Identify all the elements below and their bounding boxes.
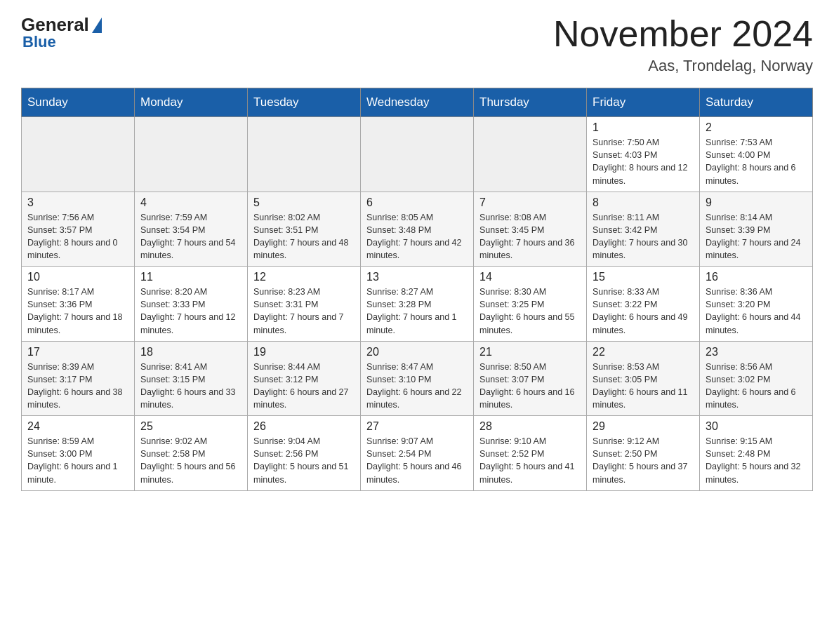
table-row: 6Sunrise: 8:05 AMSunset: 3:48 PMDaylight… [361,192,474,267]
day-info: Sunrise: 8:47 AMSunset: 3:10 PMDaylight:… [366,361,468,412]
col-tuesday: Tuesday [248,88,361,117]
day-number: 30 [706,420,807,433]
day-number: 12 [253,271,355,283]
day-number: 6 [366,196,468,209]
page-header: General Blue November 2024 Aas, Trondela… [21,14,813,75]
table-row: 12Sunrise: 8:23 AMSunset: 3:31 PMDayligh… [248,267,361,342]
table-row: 4Sunrise: 7:59 AMSunset: 3:54 PMDaylight… [135,192,248,267]
table-row: 24Sunrise: 8:59 AMSunset: 3:00 PMDayligh… [22,416,135,491]
table-row: 14Sunrise: 8:30 AMSunset: 3:25 PMDayligh… [474,267,587,342]
col-monday: Monday [135,88,248,117]
calendar-row: 10Sunrise: 8:17 AMSunset: 3:36 PMDayligh… [22,267,813,342]
day-number: 21 [479,346,581,358]
day-info: Sunrise: 7:50 AMSunset: 4:03 PMDaylight:… [593,136,694,187]
day-info: Sunrise: 8:59 AMSunset: 3:00 PMDaylight:… [27,435,128,486]
col-sunday: Sunday [22,88,135,117]
day-info: Sunrise: 8:11 AMSunset: 3:42 PMDaylight:… [593,211,694,262]
table-row [22,117,135,192]
day-info: Sunrise: 8:33 AMSunset: 3:22 PMDaylight:… [593,286,694,337]
day-number: 5 [253,196,355,209]
day-info: Sunrise: 9:04 AMSunset: 2:56 PMDaylight:… [253,435,355,486]
day-number: 25 [140,420,241,433]
day-info: Sunrise: 7:56 AMSunset: 3:57 PMDaylight:… [27,211,128,262]
day-number: 17 [27,346,128,358]
logo-blue-text: Blue [22,33,56,51]
day-info: Sunrise: 9:15 AMSunset: 2:48 PMDaylight:… [706,435,807,486]
calendar-row: 3Sunrise: 7:56 AMSunset: 3:57 PMDaylight… [22,192,813,267]
calendar-subtitle: Aas, Trondelag, Norway [553,57,813,75]
day-number: 15 [593,271,694,283]
day-info: Sunrise: 8:02 AMSunset: 3:51 PMDaylight:… [253,211,355,262]
day-info: Sunrise: 8:53 AMSunset: 3:05 PMDaylight:… [593,361,694,412]
day-number: 27 [366,420,468,433]
table-row: 29Sunrise: 9:12 AMSunset: 2:50 PMDayligh… [587,416,700,491]
table-row: 17Sunrise: 8:39 AMSunset: 3:17 PMDayligh… [22,341,135,416]
day-info: Sunrise: 8:50 AMSunset: 3:07 PMDaylight:… [479,361,581,412]
table-row: 22Sunrise: 8:53 AMSunset: 3:05 PMDayligh… [587,341,700,416]
table-row: 11Sunrise: 8:20 AMSunset: 3:33 PMDayligh… [135,267,248,342]
day-info: Sunrise: 8:08 AMSunset: 3:45 PMDaylight:… [479,211,581,262]
table-row [135,117,248,192]
day-number: 2 [706,121,807,134]
day-number: 7 [479,196,581,209]
col-saturday: Saturday [700,88,813,117]
day-info: Sunrise: 8:14 AMSunset: 3:39 PMDaylight:… [706,211,807,262]
table-row: 10Sunrise: 8:17 AMSunset: 3:36 PMDayligh… [22,267,135,342]
col-wednesday: Wednesday [361,88,474,117]
calendar-row: 1Sunrise: 7:50 AMSunset: 4:03 PMDaylight… [22,117,813,192]
day-number: 23 [706,346,807,358]
day-number: 4 [140,196,241,209]
logo: General Blue [21,14,103,51]
table-row: 3Sunrise: 7:56 AMSunset: 3:57 PMDaylight… [22,192,135,267]
table-row: 15Sunrise: 8:33 AMSunset: 3:22 PMDayligh… [587,267,700,342]
table-row: 5Sunrise: 8:02 AMSunset: 3:51 PMDaylight… [248,192,361,267]
day-number: 28 [479,420,581,433]
day-info: Sunrise: 7:53 AMSunset: 4:00 PMDaylight:… [706,136,807,187]
day-number: 14 [479,271,581,283]
col-friday: Friday [587,88,700,117]
calendar-title: November 2024 [553,14,813,54]
calendar-row: 24Sunrise: 8:59 AMSunset: 3:00 PMDayligh… [22,416,813,491]
day-number: 16 [706,271,807,283]
table-row: 25Sunrise: 9:02 AMSunset: 2:58 PMDayligh… [135,416,248,491]
day-info: Sunrise: 8:17 AMSunset: 3:36 PMDaylight:… [27,286,128,337]
table-row: 7Sunrise: 8:08 AMSunset: 3:45 PMDaylight… [474,192,587,267]
day-number: 11 [140,271,241,283]
day-info: Sunrise: 8:56 AMSunset: 3:02 PMDaylight:… [706,361,807,412]
table-row: 28Sunrise: 9:10 AMSunset: 2:52 PMDayligh… [474,416,587,491]
table-row: 30Sunrise: 9:15 AMSunset: 2:48 PMDayligh… [700,416,813,491]
day-number: 22 [593,346,694,358]
table-row: 16Sunrise: 8:36 AMSunset: 3:20 PMDayligh… [700,267,813,342]
table-row [248,117,361,192]
day-info: Sunrise: 8:39 AMSunset: 3:17 PMDaylight:… [27,361,128,412]
day-number: 8 [593,196,694,209]
day-number: 18 [140,346,241,358]
day-info: Sunrise: 9:07 AMSunset: 2:54 PMDaylight:… [366,435,468,486]
table-row: 9Sunrise: 8:14 AMSunset: 3:39 PMDaylight… [700,192,813,267]
day-number: 19 [253,346,355,358]
table-row: 18Sunrise: 8:41 AMSunset: 3:15 PMDayligh… [135,341,248,416]
table-row: 1Sunrise: 7:50 AMSunset: 4:03 PMDaylight… [587,117,700,192]
day-info: Sunrise: 9:02 AMSunset: 2:58 PMDaylight:… [140,435,241,486]
table-row: 19Sunrise: 8:44 AMSunset: 3:12 PMDayligh… [248,341,361,416]
day-number: 3 [27,196,128,209]
table-row: 13Sunrise: 8:27 AMSunset: 3:28 PMDayligh… [361,267,474,342]
calendar-row: 17Sunrise: 8:39 AMSunset: 3:17 PMDayligh… [22,341,813,416]
table-row: 27Sunrise: 9:07 AMSunset: 2:54 PMDayligh… [361,416,474,491]
title-block: November 2024 Aas, Trondelag, Norway [553,14,813,75]
col-thursday: Thursday [474,88,587,117]
day-number: 9 [706,196,807,209]
day-info: Sunrise: 8:30 AMSunset: 3:25 PMDaylight:… [479,286,581,337]
day-number: 26 [253,420,355,433]
day-number: 13 [366,271,468,283]
table-row: 23Sunrise: 8:56 AMSunset: 3:02 PMDayligh… [700,341,813,416]
logo-triangle-icon [92,18,102,33]
day-info: Sunrise: 8:23 AMSunset: 3:31 PMDaylight:… [253,286,355,337]
table-row [474,117,587,192]
table-row: 21Sunrise: 8:50 AMSunset: 3:07 PMDayligh… [474,341,587,416]
day-info: Sunrise: 8:36 AMSunset: 3:20 PMDaylight:… [706,286,807,337]
day-number: 20 [366,346,468,358]
day-number: 10 [27,271,128,283]
table-row: 20Sunrise: 8:47 AMSunset: 3:10 PMDayligh… [361,341,474,416]
day-info: Sunrise: 7:59 AMSunset: 3:54 PMDaylight:… [140,211,241,262]
